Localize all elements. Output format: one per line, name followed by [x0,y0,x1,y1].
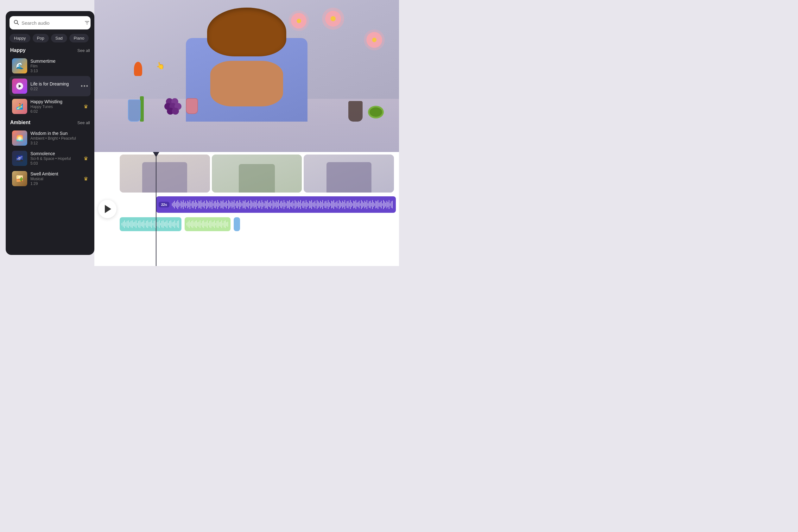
svg-rect-222 [144,221,144,228]
audio-item-happy-whistling[interactable]: 🏄 Happy Whistling Happy Tunes 6:02 ♛ [10,96,91,116]
svg-rect-181 [367,200,367,209]
track-resize-handle[interactable] [234,217,240,231]
svg-rect-37 [207,202,208,208]
svg-rect-279 [221,221,222,228]
more-options-button[interactable]: ••• [81,83,88,90]
svg-rect-58 [230,203,231,207]
svg-rect-61 [234,200,235,209]
audio-track-purple[interactable]: 22s [156,196,396,213]
tag-pop[interactable]: Pop [33,34,49,42]
audio-item-life-is-for-dreaming[interactable]: Life is for Dreaming 0:22 ••• [10,76,91,96]
svg-rect-90 [266,202,267,208]
svg-rect-70 [244,202,245,208]
svg-rect-256 [194,222,194,226]
svg-rect-105 [283,203,283,207]
right-panel: 👆 [94,0,399,266]
svg-rect-20 [189,202,189,207]
svg-rect-255 [192,221,193,228]
svg-rect-6 [173,202,174,207]
svg-rect-65 [239,203,239,207]
svg-rect-189 [376,201,376,208]
svg-rect-214 [133,222,134,226]
svg-rect-226 [149,222,149,226]
filter-icon[interactable] [84,20,90,26]
audio-item-summertime[interactable]: 🌊 Summertime Film 3:13 [10,56,91,76]
tags-row: Happy Pop Sad Piano Jazz Bi› [10,34,91,42]
svg-rect-249 [178,221,179,228]
tag-sad[interactable]: Sad [51,34,67,42]
svg-rect-158 [341,203,342,207]
svg-rect-191 [378,200,378,209]
svg-rect-227 [150,222,150,227]
svg-rect-68 [242,203,242,206]
audio-item-wisdom[interactable]: 🌅 Wisdom in the Sun Ambient • Bright • P… [10,128,91,148]
svg-rect-228 [151,221,152,228]
track-green[interactable] [185,217,230,231]
search-input[interactable] [21,20,82,26]
svg-rect-122 [302,203,302,206]
ambient-see-all[interactable]: See all [77,120,90,125]
svg-rect-140 [321,202,322,207]
search-icon [13,19,19,26]
play-button[interactable] [98,200,116,218]
video-preview: 👆 [94,0,399,152]
svg-rect-218 [138,221,139,227]
clip-1[interactable] [120,154,210,192]
svg-rect-97 [274,202,274,208]
svg-rect-225 [147,221,148,228]
svg-rect-125 [305,203,306,207]
svg-rect-260 [198,222,199,227]
clip-3[interactable] [304,154,394,192]
svg-rect-139 [320,201,321,208]
audio-info-whistling: Happy Whistling Happy Tunes 6:02 [31,99,80,114]
audio-duration-swell: 1:29 [31,182,80,186]
play-btn-life[interactable] [16,83,23,90]
premium-icon-whistling: ♛ [83,103,88,110]
svg-rect-137 [318,202,319,208]
svg-rect-186 [373,200,373,209]
tag-happy[interactable]: Happy [10,34,31,42]
svg-rect-153 [336,202,336,207]
svg-rect-132 [312,203,313,207]
svg-rect-12 [180,203,180,206]
svg-rect-235 [160,223,161,226]
svg-rect-48 [220,203,221,206]
svg-rect-201 [389,200,390,209]
svg-rect-121 [301,200,301,209]
svg-rect-237 [163,221,164,228]
happy-see-all[interactable]: See all [77,48,90,53]
svg-rect-144 [326,201,326,208]
thumb-summertime: 🌊 [12,58,27,74]
svg-rect-197 [384,202,385,208]
audio-name-wisdom: Wisdom in the Sun [31,131,88,136]
audio-item-somnolence[interactable]: 🌌 Somnolence Sci-fi & Space • Hopeful 5:… [10,148,91,169]
svg-rect-257 [195,221,196,227]
svg-rect-53 [225,202,226,207]
clips-row [120,154,396,192]
tag-piano[interactable]: Piano [69,34,89,42]
clip-2[interactable] [212,154,302,192]
svg-rect-15 [183,200,184,209]
svg-rect-72 [246,203,247,207]
svg-rect-110 [288,202,289,208]
svg-rect-198 [386,203,386,207]
search-bar[interactable] [10,16,91,30]
svg-rect-50 [222,202,223,208]
svg-rect-35 [205,203,206,206]
thumb-icon-summertime: 🌊 [12,58,27,74]
svg-rect-269 [209,221,210,227]
svg-rect-179 [364,201,365,208]
svg-rect-205 [121,223,122,226]
svg-rect-194 [381,201,382,208]
svg-rect-267 [207,221,208,228]
audio-library-panel: Happy Pop Sad Piano Jazz Bi› Happy See a… [6,11,94,255]
track-teal[interactable] [120,217,182,231]
svg-rect-170 [355,202,355,208]
svg-rect-230 [154,221,154,227]
audio-item-swell[interactable]: 🏜️ Swell Ambient Musical 1:29 ♛ [10,169,91,189]
svg-rect-199 [387,201,387,208]
svg-rect-208 [126,222,126,226]
svg-rect-261 [200,221,201,228]
svg-rect-45 [216,203,217,207]
svg-rect-236 [162,221,162,227]
